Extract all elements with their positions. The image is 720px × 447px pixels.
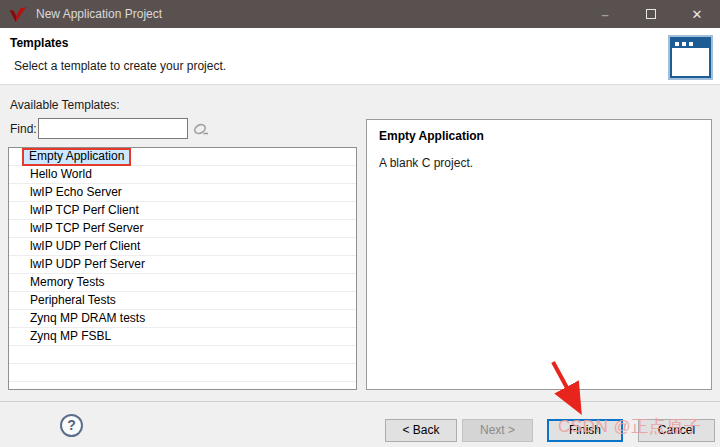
help-button[interactable]: ? [60, 414, 83, 437]
minimize-button[interactable]: – [582, 0, 628, 28]
template-list: Empty ApplicationHello WorldlwIP Echo Se… [8, 147, 357, 390]
find-label: Find: [10, 122, 37, 136]
template-list-item[interactable]: Memory Tests [9, 274, 356, 292]
template-list-item[interactable]: Empty Application [9, 148, 356, 166]
maximize-button[interactable] [628, 0, 674, 28]
template-list-item[interactable]: Zynq MP FSBL [9, 328, 356, 346]
button-bar: ? < Back Next > Finish Cancel [0, 401, 720, 447]
window-title: New Application Project [36, 7, 162, 21]
maximize-icon [646, 9, 656, 19]
template-list-item[interactable]: lwIP UDP Perf Client [9, 238, 356, 256]
template-detail-panel: Empty Application A blank C project. [366, 119, 712, 390]
selected-template-highlight[interactable]: Empty Application [22, 148, 131, 166]
template-list-item[interactable]: lwIP TCP Perf Server [9, 220, 356, 238]
available-templates-label: Available Templates: [10, 98, 120, 112]
template-list-item[interactable]: Zynq MP DRAM tests [9, 310, 356, 328]
template-list-item [9, 364, 356, 382]
detail-title: Empty Application [379, 129, 699, 143]
wizard-header: Templates Select a template to create yo… [0, 28, 720, 85]
template-list-item[interactable]: Peripheral Tests [9, 292, 356, 310]
back-button[interactable]: < Back [385, 419, 457, 442]
new-application-project-dialog: New Application Project – ✕ Templates Se… [0, 0, 720, 447]
finish-button[interactable]: Finish [547, 419, 623, 442]
template-list-item [9, 346, 356, 364]
detail-description: A blank C project. [379, 156, 699, 170]
page-title: Templates [10, 36, 68, 50]
wizard-body: Available Templates: Find: Empty Applica… [0, 85, 720, 401]
cancel-button[interactable]: Cancel [638, 419, 715, 442]
template-list-item[interactable]: lwIP Echo Server [9, 184, 356, 202]
close-button[interactable]: ✕ [674, 0, 720, 28]
template-list-item[interactable]: lwIP UDP Perf Server [9, 256, 356, 274]
template-list-item [9, 382, 356, 390]
application-window-icon [668, 35, 713, 80]
page-subtitle: Select a template to create your project… [14, 59, 226, 73]
template-list-item[interactable]: lwIP TCP Perf Client [9, 202, 356, 220]
next-button: Next > [462, 419, 533, 442]
clear-find-icon[interactable] [192, 121, 210, 137]
app-logo-icon [9, 6, 27, 23]
find-input[interactable] [38, 118, 188, 139]
titlebar: New Application Project – ✕ [0, 0, 720, 28]
template-list-item[interactable]: Hello World [9, 166, 356, 184]
